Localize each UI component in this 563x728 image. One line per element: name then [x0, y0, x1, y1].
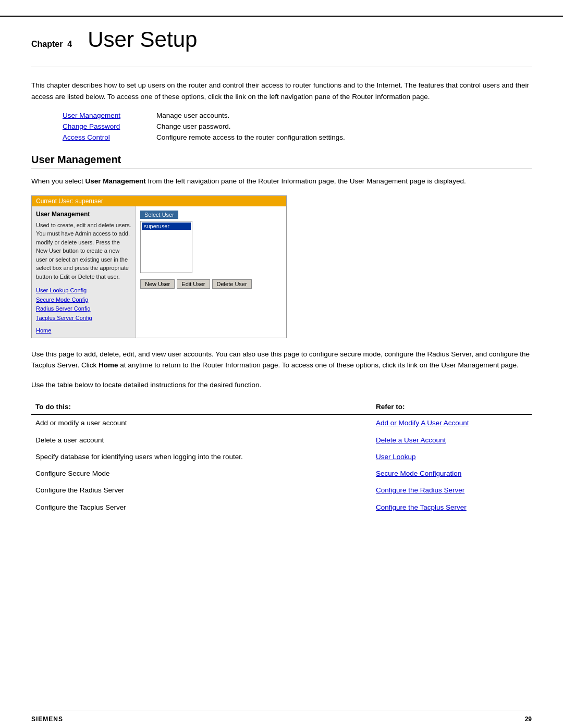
home-link[interactable]: Home [36, 327, 131, 334]
user-mgmt-para2: Use this page to add, delete, edit, and … [31, 349, 532, 371]
table-row: Configure the Radius ServerConfigure the… [31, 482, 532, 499]
col2-header: Refer to: [372, 400, 532, 414]
table-row: Configure Secure ModeSecure Mode Configu… [31, 465, 532, 482]
table-cell-todo: Configure the Radius Server [31, 482, 372, 499]
refer-link[interactable]: Secure Mode Configuration [376, 470, 461, 477]
chapter-title: User Setup [88, 27, 197, 52]
chapter-header: Chapter 4 User Setup [0, 16, 563, 57]
refer-link[interactable]: Delete a User Account [376, 436, 446, 444]
table-cell-todo: Configure the Tacplus Server [31, 499, 372, 516]
tacplus-server-config-link[interactable]: Tacplus Server Config [36, 314, 131, 323]
table-cell-refer: Add or Modify A User Account [372, 414, 532, 431]
user-management-section: User Management When you select User Man… [31, 154, 532, 516]
table-cell-todo: Specify database for identifying users w… [31, 449, 372, 465]
table-cell-refer: Configure the Tacplus Server [372, 499, 532, 516]
refer-link[interactable]: Configure the Tacplus Server [376, 503, 467, 511]
table-cell-refer: User Lookup [372, 449, 532, 465]
user-lookup-config-link[interactable]: User Lookup Config [36, 286, 131, 295]
user-mgmt-para1: When you select User Management from the… [31, 176, 532, 187]
refer-table-section: To do this: Refer to: Add or modify a us… [31, 400, 532, 516]
screenshot-mockup: Current User: superuser User Management … [31, 195, 287, 338]
secure-mode-config-link[interactable]: Secure Mode Config [36, 295, 131, 305]
radius-server-config-link[interactable]: Radius Server Config [36, 304, 131, 314]
feature-row-change-pwd: Change Password Change user password. [63, 122, 532, 130]
screenshot-action-buttons: New User Edit User Delete User [140, 279, 252, 289]
table-cell-todo: Add or modify a user account [31, 414, 372, 431]
refer-link[interactable]: Configure the Radius Server [376, 486, 464, 494]
refer-table: To do this: Refer to: Add or modify a us… [31, 400, 532, 516]
change-password-desc: Change user password. [156, 122, 231, 130]
screenshot-right-panel: Select User superuser New User Edit User… [136, 206, 286, 338]
page-footer: SIEMENS 29 [31, 710, 532, 728]
table-header-row: To do this: Refer to: [31, 400, 532, 414]
selected-user-item: superuser [142, 223, 191, 230]
feature-row-access-ctrl: Access Control Configure remote access t… [63, 133, 532, 141]
refer-link[interactable]: Add or Modify A User Account [376, 419, 469, 427]
col1-header: To do this: [31, 400, 372, 414]
access-control-desc: Configure remote access to the router co… [156, 133, 345, 141]
user-mgmt-para3: Use the table below to locate detailed i… [31, 379, 532, 391]
table-row: Delete a user accountDelete a User Accou… [31, 432, 532, 449]
footer-brand: SIEMENS [31, 715, 63, 723]
feature-row-user-mgmt: User Management Manage user accounts. [63, 112, 532, 119]
table-row: Configure the Tacplus ServerConfigure th… [31, 499, 532, 516]
select-user-button[interactable]: Select User [140, 211, 178, 219]
new-user-button[interactable]: New User [140, 279, 175, 289]
panel-links: User Lookup Config Secure Mode Config Ra… [36, 286, 131, 323]
table-cell-refer: Configure the Radius Server [372, 482, 532, 499]
table-cell-refer: Delete a User Account [372, 432, 532, 449]
user-management-link[interactable]: User Management [63, 112, 141, 119]
screenshot-left-panel: User Management Used to create, edit and… [32, 206, 136, 338]
screenshot-body: User Management Used to create, edit and… [32, 206, 286, 338]
screenshot-header: Current User: superuser [32, 196, 286, 206]
user-management-desc: Manage user accounts. [156, 112, 229, 119]
section-heading-user-mgmt: User Management [31, 154, 532, 168]
table-cell-todo: Configure Secure Mode [31, 465, 372, 482]
table-cell-todo: Delete a user account [31, 432, 372, 449]
access-control-link[interactable]: Access Control [63, 133, 141, 141]
edit-user-button[interactable]: Edit User [177, 279, 210, 289]
chapter-label: Chapter 4 [31, 40, 72, 49]
table-row: Specify database for identifying users w… [31, 449, 532, 465]
main-content: This chapter describes how to set up use… [0, 67, 563, 710]
change-password-link[interactable]: Change Password [63, 122, 141, 130]
table-cell-refer: Secure Mode Configuration [372, 465, 532, 482]
refer-link[interactable]: User Lookup [376, 453, 416, 461]
panel-title: User Management [36, 211, 131, 218]
select-user-box[interactable]: superuser [140, 221, 192, 273]
feature-list: User Management Manage user accounts. Ch… [63, 112, 532, 141]
intro-paragraph: This chapter describes how to set up use… [31, 80, 532, 102]
footer-page-number: 29 [525, 715, 532, 723]
panel-text: Used to create, edit and delete users. Y… [36, 221, 131, 281]
table-row: Add or modify a user accountAdd or Modif… [31, 414, 532, 431]
delete-user-button[interactable]: Delete User [212, 279, 252, 289]
